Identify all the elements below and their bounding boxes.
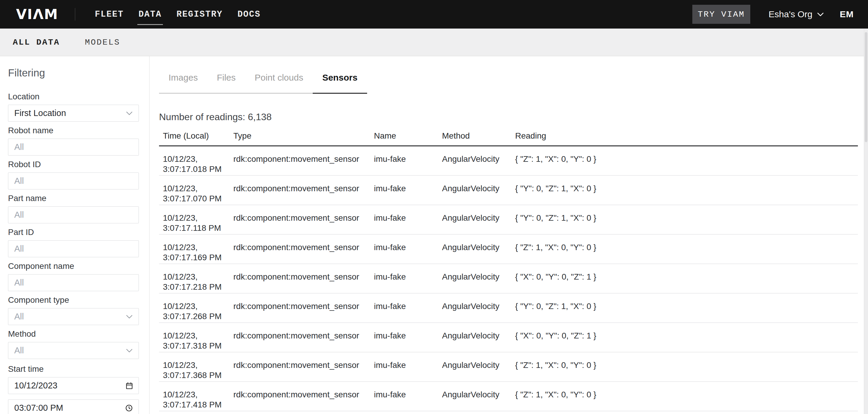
cell-name: imu-fake [374, 213, 442, 234]
nav-link-registry[interactable]: REGISTRY [177, 8, 223, 21]
filter-field-component-name: Component name [8, 262, 149, 291]
filter-field-location: Location First Location [8, 92, 149, 122]
scrollbar-track[interactable] [864, 29, 868, 414]
cell-type: rdk:component:movement_sensor [234, 272, 374, 293]
column-header-reading: Reading [515, 131, 858, 141]
cell-time-clock: 3:07:17.318 PM [163, 341, 234, 351]
table-row: 10/12/23, 3:07:17.018 PM rdk:component:m… [159, 146, 858, 176]
sensor-table-body: 10/12/23, 3:07:17.018 PM rdk:component:m… [159, 146, 858, 411]
cell-time-date: 10/12/23, [163, 301, 234, 312]
cell-time-date: 10/12/23, [163, 183, 234, 194]
filter-field-method: Method All [8, 330, 149, 359]
cell-time-clock: 3:07:17.169 PM [163, 253, 234, 263]
filter-field-robot-name: Robot name [8, 126, 149, 155]
location-select[interactable]: First Location [8, 105, 139, 122]
robot-name-input[interactable] [8, 139, 139, 155]
tab-models[interactable]: MODELS [85, 38, 120, 47]
cell-time: 10/12/23, 3:07:17.218 PM [163, 272, 234, 293]
cell-name: imu-fake [374, 154, 442, 175]
cell-method: AngularVelocity [442, 360, 515, 381]
main-panel: Images Files Point clouds Sensors Number… [150, 56, 868, 414]
table-row: 10/12/23, 3:07:17.268 PM rdk:component:m… [159, 294, 858, 323]
cell-reading: { "X": 0, "Y": 0, "Z": 1 } [515, 272, 858, 293]
cell-time-clock: 3:07:17.118 PM [163, 223, 234, 233]
nav-link-fleet[interactable]: FLEET [95, 8, 124, 21]
part-id-input[interactable] [8, 240, 139, 257]
cell-time-date: 10/12/23, [163, 390, 234, 400]
cell-reading: { "X": 0, "Y": 0, "Z": 1 } [515, 331, 858, 352]
time-value: 03:07:00 PM [14, 403, 63, 413]
cell-type: rdk:component:movement_sensor [234, 360, 374, 381]
field-label: Location [8, 92, 149, 101]
filter-field-component-type: Component type All [8, 296, 149, 325]
field-label: Component type [8, 296, 149, 304]
table-row: 10/12/23, 3:07:17.318 PM rdk:component:m… [159, 323, 858, 352]
cell-time: 10/12/23, 3:07:17.018 PM [163, 154, 234, 175]
tab-files[interactable]: Files [207, 73, 245, 94]
tab-point-clouds[interactable]: Point clouds [245, 73, 313, 94]
select-value: First Location [14, 108, 66, 118]
field-label: Method [8, 330, 149, 338]
field-label: Component name [8, 262, 149, 270]
cell-time: 10/12/23, 3:07:17.268 PM [163, 301, 234, 322]
scrollbar-thumb[interactable] [865, 32, 867, 142]
nav-link-docs[interactable]: DOCS [238, 8, 261, 21]
cell-method: AngularVelocity [442, 154, 515, 175]
nav-link-data[interactable]: DATA [138, 8, 162, 21]
cell-method: AngularVelocity [442, 242, 515, 264]
field-label: Robot ID [8, 160, 149, 169]
table-row: 10/12/23, 3:07:17.169 PM rdk:component:m… [159, 235, 858, 264]
cell-time-date: 10/12/23, [163, 331, 234, 341]
cell-time: 10/12/23, 3:07:17.118 PM [163, 213, 234, 234]
calendar-icon [126, 382, 132, 389]
cell-method: AngularVelocity [442, 331, 515, 352]
start-date-input[interactable]: 10/12/2023 [8, 377, 139, 394]
start-time-input[interactable]: 03:07:00 PM [8, 400, 139, 414]
viam-logo[interactable]: VIΛM [16, 0, 58, 29]
component-name-input[interactable] [8, 274, 139, 291]
cell-time-clock: 3:07:17.368 PM [163, 370, 234, 380]
content-area: Filtering Location First Location Robot … [0, 56, 868, 414]
table-row: 10/12/23, 3:07:17.418 PM rdk:component:m… [159, 382, 858, 411]
chevron-down-icon [817, 12, 824, 17]
tab-images[interactable]: Images [159, 73, 207, 94]
column-header-time: Time (Local) [163, 131, 234, 141]
chevron-down-icon [126, 112, 132, 115]
tab-sensors[interactable]: Sensors [313, 73, 367, 94]
cell-time: 10/12/23, 3:07:17.169 PM [163, 242, 234, 264]
cell-type: rdk:component:movement_sensor [234, 213, 374, 234]
top-nav: VIΛM FLEET DATA REGISTRY DOCS TRY VIAM E… [0, 0, 868, 29]
cell-reading: { "Z": 1, "X": 0, "Y": 0 } [515, 390, 858, 411]
cell-reading: { "Y": 0, "Z": 1, "X": 0 } [515, 301, 858, 322]
part-name-input[interactable] [8, 206, 139, 224]
cell-method: AngularVelocity [442, 272, 515, 293]
try-viam-button[interactable]: TRY VIAM [692, 5, 750, 24]
cell-method: AngularVelocity [442, 213, 515, 234]
robot-id-input[interactable] [8, 173, 139, 189]
sensor-table: Time (Local) Type Name Method Reading 10… [159, 131, 858, 411]
cell-time-clock: 3:07:17.018 PM [163, 164, 234, 174]
sub-nav: ALL DATA MODELS [0, 29, 868, 56]
field-label: Robot name [8, 126, 149, 135]
org-switcher[interactable]: Esha's Org [769, 9, 824, 19]
method-select[interactable]: All [8, 342, 139, 359]
cell-time-clock: 3:07:17.418 PM [163, 400, 234, 410]
chevron-down-icon [126, 349, 132, 352]
component-type-select[interactable]: All [8, 308, 139, 325]
cell-time: 10/12/23, 3:07:17.318 PM [163, 331, 234, 352]
cell-method: AngularVelocity [442, 183, 515, 205]
cell-method: AngularVelocity [442, 301, 515, 322]
cell-type: rdk:component:movement_sensor [234, 242, 374, 264]
data-type-tabs: Images Files Point clouds Sensors [159, 73, 367, 94]
table-row: 10/12/23, 3:07:17.218 PM rdk:component:m… [159, 264, 858, 294]
column-header-type: Type [234, 131, 374, 141]
tab-all-data[interactable]: ALL DATA [13, 38, 60, 47]
cell-reading: { "Z": 1, "X": 0, "Y": 0 } [515, 242, 858, 264]
field-label: Part name [8, 194, 149, 203]
cell-name: imu-fake [374, 301, 442, 322]
cell-name: imu-fake [374, 331, 442, 352]
readings-count: Number of readings: 6,138 [159, 111, 862, 123]
avatar[interactable]: EM [840, 9, 854, 19]
cell-time: 10/12/23, 3:07:17.368 PM [163, 360, 234, 381]
select-value: All [14, 312, 24, 322]
